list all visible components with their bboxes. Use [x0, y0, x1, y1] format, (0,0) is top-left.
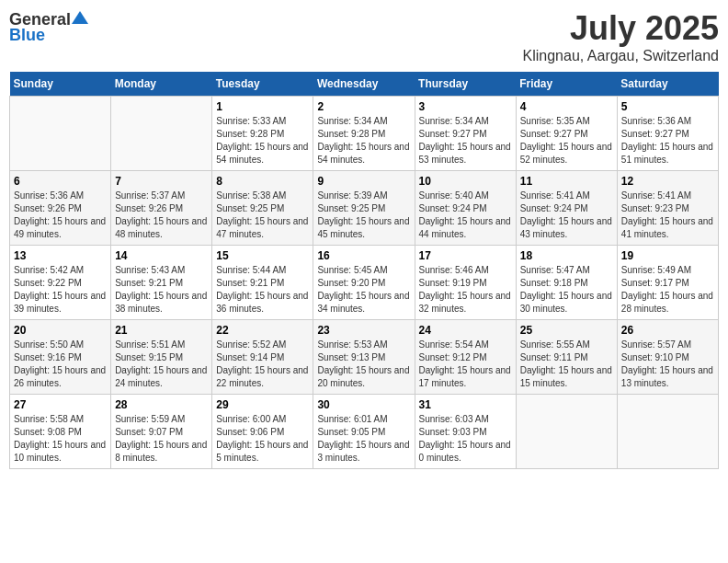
calendar-cell: 21 Sunrise: 5:51 AM Sunset: 9:15 PM Dayl…	[111, 320, 212, 395]
daylight-text: Daylight: 15 hours and 51 minutes.	[621, 142, 713, 165]
sunset-text: Sunset: 9:16 PM	[14, 352, 82, 362]
sunrise-text: Sunrise: 5:43 AM	[115, 265, 185, 275]
daylight-text: Daylight: 15 hours and 10 minutes.	[14, 440, 106, 463]
sunset-text: Sunset: 9:22 PM	[14, 278, 82, 288]
page-title: July 2025	[523, 9, 719, 48]
calendar-cell: 7 Sunrise: 5:37 AM Sunset: 9:26 PM Dayli…	[111, 171, 212, 246]
daylight-text: Daylight: 15 hours and 32 minutes.	[419, 291, 511, 314]
calendar-header-row: SundayMondayTuesdayWednesdayThursdayFrid…	[10, 72, 719, 97]
day-number: 25	[520, 324, 613, 337]
calendar-cell: 28 Sunrise: 5:59 AM Sunset: 9:07 PM Dayl…	[111, 395, 212, 469]
calendar-cell: 8 Sunrise: 5:38 AM Sunset: 9:25 PM Dayli…	[212, 171, 313, 246]
calendar-cell	[10, 97, 111, 171]
day-info: Sunrise: 5:41 AM Sunset: 9:24 PM Dayligh…	[520, 190, 613, 241]
day-info: Sunrise: 5:37 AM Sunset: 9:26 PM Dayligh…	[115, 190, 208, 241]
day-number: 5	[621, 100, 714, 113]
sunrise-text: Sunrise: 5:40 AM	[419, 190, 489, 201]
daylight-text: Daylight: 15 hours and 17 minutes.	[419, 365, 511, 388]
daylight-text: Daylight: 15 hours and 15 minutes.	[520, 365, 612, 388]
sunrise-text: Sunrise: 5:34 AM	[317, 116, 387, 126]
calendar-cell	[617, 395, 718, 469]
sunset-text: Sunset: 9:15 PM	[115, 352, 183, 362]
sunrise-text: Sunrise: 5:36 AM	[14, 190, 84, 201]
sunrise-text: Sunrise: 5:52 AM	[216, 339, 286, 350]
day-number: 3	[419, 100, 512, 113]
day-info: Sunrise: 5:42 AM Sunset: 9:22 PM Dayligh…	[14, 264, 107, 316]
day-number: 1	[216, 100, 309, 113]
calendar-cell: 19 Sunrise: 5:49 AM Sunset: 9:17 PM Dayl…	[617, 246, 718, 320]
logo-icon	[72, 9, 88, 26]
calendar-cell: 16 Sunrise: 5:45 AM Sunset: 9:20 PM Dayl…	[313, 246, 415, 320]
day-number: 22	[216, 324, 309, 337]
daylight-text: Daylight: 15 hours and 0 minutes.	[419, 440, 511, 463]
sunset-text: Sunset: 9:24 PM	[419, 203, 487, 213]
day-info: Sunrise: 5:45 AM Sunset: 9:20 PM Dayligh…	[317, 264, 410, 316]
sunrise-text: Sunrise: 6:01 AM	[317, 414, 387, 424]
day-info: Sunrise: 5:50 AM Sunset: 9:16 PM Dayligh…	[14, 339, 107, 390]
calendar-cell: 3 Sunrise: 5:34 AM Sunset: 9:27 PM Dayli…	[415, 97, 516, 171]
day-number: 8	[216, 175, 309, 188]
day-number: 15	[216, 249, 309, 262]
calendar-week-row: 27 Sunrise: 5:58 AM Sunset: 9:08 PM Dayl…	[10, 395, 719, 469]
sunset-text: Sunset: 9:03 PM	[419, 427, 487, 437]
calendar-cell: 15 Sunrise: 5:44 AM Sunset: 9:21 PM Dayl…	[212, 246, 313, 320]
daylight-text: Daylight: 15 hours and 22 minutes.	[216, 365, 308, 388]
logo: General Blue	[9, 9, 89, 45]
sunrise-text: Sunrise: 5:34 AM	[419, 116, 489, 126]
sunrise-text: Sunrise: 5:45 AM	[317, 265, 387, 275]
calendar-cell: 10 Sunrise: 5:40 AM Sunset: 9:24 PM Dayl…	[415, 171, 516, 246]
calendar-cell: 4 Sunrise: 5:35 AM Sunset: 9:27 PM Dayli…	[516, 97, 617, 171]
sunrise-text: Sunrise: 5:39 AM	[317, 190, 387, 201]
sunset-text: Sunset: 9:24 PM	[520, 203, 588, 213]
day-info: Sunrise: 5:35 AM Sunset: 9:27 PM Dayligh…	[520, 115, 613, 167]
daylight-text: Daylight: 15 hours and 34 minutes.	[317, 291, 409, 314]
daylight-text: Daylight: 15 hours and 49 minutes.	[14, 216, 106, 239]
sunset-text: Sunset: 9:27 PM	[419, 129, 487, 139]
day-number: 10	[419, 175, 512, 188]
sunset-text: Sunset: 9:25 PM	[317, 203, 385, 213]
daylight-text: Daylight: 15 hours and 45 minutes.	[317, 216, 409, 239]
day-info: Sunrise: 5:36 AM Sunset: 9:27 PM Dayligh…	[621, 115, 714, 167]
sunset-text: Sunset: 9:21 PM	[216, 278, 284, 288]
day-header-friday: Friday	[516, 72, 617, 97]
sunrise-text: Sunrise: 5:42 AM	[14, 265, 84, 275]
day-info: Sunrise: 5:51 AM Sunset: 9:15 PM Dayligh…	[115, 339, 208, 390]
calendar-cell: 30 Sunrise: 6:01 AM Sunset: 9:05 PM Dayl…	[313, 395, 415, 469]
day-header-sunday: Sunday	[10, 72, 111, 97]
sunrise-text: Sunrise: 5:59 AM	[115, 414, 185, 424]
sunrise-text: Sunrise: 5:46 AM	[419, 265, 489, 275]
sunset-text: Sunset: 9:12 PM	[419, 352, 487, 362]
day-number: 16	[317, 249, 410, 262]
day-info: Sunrise: 6:00 AM Sunset: 9:06 PM Dayligh…	[216, 413, 309, 465]
day-number: 11	[520, 175, 613, 188]
title-block: July 2025 Klingnau, Aargau, Switzerland	[523, 9, 719, 64]
sunset-text: Sunset: 9:06 PM	[216, 427, 284, 437]
calendar-cell: 9 Sunrise: 5:39 AM Sunset: 9:25 PM Dayli…	[313, 171, 415, 246]
sunset-text: Sunset: 9:26 PM	[14, 203, 82, 213]
day-number: 14	[115, 249, 208, 262]
sunset-text: Sunset: 9:14 PM	[216, 352, 284, 362]
day-info: Sunrise: 5:43 AM Sunset: 9:21 PM Dayligh…	[115, 264, 208, 316]
page-header: General Blue July 2025 Klingnau, Aargau,…	[9, 9, 719, 64]
calendar-cell: 14 Sunrise: 5:43 AM Sunset: 9:21 PM Dayl…	[111, 246, 212, 320]
svg-marker-0	[72, 11, 88, 24]
day-number: 4	[520, 100, 613, 113]
sunrise-text: Sunrise: 5:37 AM	[115, 190, 185, 201]
daylight-text: Daylight: 15 hours and 41 minutes.	[621, 216, 713, 239]
page-subtitle: Klingnau, Aargau, Switzerland	[523, 48, 719, 64]
sunset-text: Sunset: 9:18 PM	[520, 278, 588, 288]
sunrise-text: Sunrise: 5:58 AM	[14, 414, 84, 424]
day-info: Sunrise: 5:49 AM Sunset: 9:17 PM Dayligh…	[621, 264, 714, 316]
day-info: Sunrise: 5:55 AM Sunset: 9:11 PM Dayligh…	[520, 339, 613, 390]
daylight-text: Daylight: 15 hours and 26 minutes.	[14, 365, 106, 388]
day-info: Sunrise: 5:52 AM Sunset: 9:14 PM Dayligh…	[216, 339, 309, 390]
sunrise-text: Sunrise: 5:47 AM	[520, 265, 590, 275]
calendar-week-row: 13 Sunrise: 5:42 AM Sunset: 9:22 PM Dayl…	[10, 246, 719, 320]
day-info: Sunrise: 5:53 AM Sunset: 9:13 PM Dayligh…	[317, 339, 410, 390]
day-number: 24	[419, 324, 512, 337]
calendar-cell: 23 Sunrise: 5:53 AM Sunset: 9:13 PM Dayl…	[313, 320, 415, 395]
day-info: Sunrise: 5:57 AM Sunset: 9:10 PM Dayligh…	[621, 339, 714, 390]
day-info: Sunrise: 5:34 AM Sunset: 9:28 PM Dayligh…	[317, 115, 410, 167]
daylight-text: Daylight: 15 hours and 54 minutes.	[216, 142, 308, 165]
daylight-text: Daylight: 15 hours and 36 minutes.	[216, 291, 308, 314]
